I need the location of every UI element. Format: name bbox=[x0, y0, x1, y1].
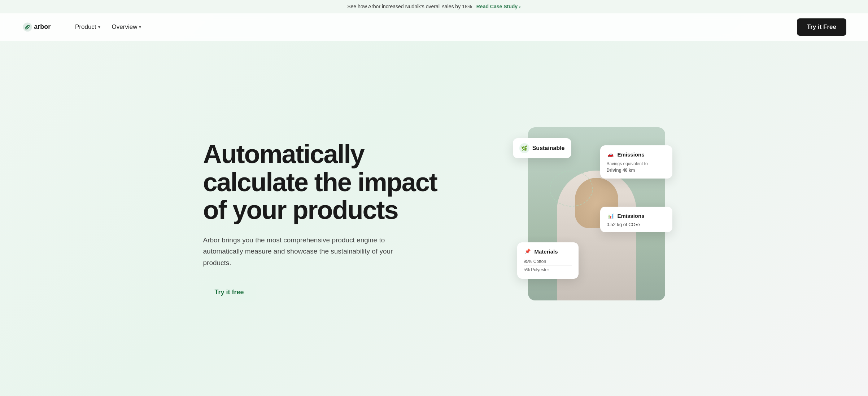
sustainable-label: Sustainable bbox=[532, 145, 565, 151]
card-emissions-1: 🚗 Emissions Savings equivalent to Drivin… bbox=[600, 145, 672, 179]
hero-content: Automatically calculate the impact of yo… bbox=[203, 140, 444, 302]
chart-icon: 📊 bbox=[607, 212, 615, 220]
materials-header: 📌 Materials bbox=[524, 247, 572, 255]
emissions-1-header: 🚗 Emissions bbox=[607, 150, 666, 158]
material-item-2: 5% Polyester bbox=[524, 266, 572, 274]
emissions-1-desc: Savings equivalent to Driving 40 km bbox=[607, 160, 666, 173]
chevron-right-icon: › bbox=[519, 4, 521, 9]
logo-svg: arbor bbox=[22, 21, 61, 34]
nav-overview-label: Overview bbox=[112, 23, 138, 31]
decorative-dashed-arc bbox=[550, 171, 593, 207]
card-sustainable: 🌿 Sustainable bbox=[513, 138, 571, 158]
nav-cta-label: Try it Free bbox=[807, 23, 836, 30]
hero-subtitle: Arbor brings you the most comprehensive … bbox=[203, 234, 413, 268]
chevron-down-icon-2: ▾ bbox=[139, 25, 141, 30]
material-item-1: 95% Cotton bbox=[524, 258, 572, 266]
nav-item-overview[interactable]: Overview ▾ bbox=[112, 23, 141, 31]
hero-cta-label: Try it free bbox=[215, 289, 244, 296]
read-case-study-label: Read Case Study bbox=[476, 4, 518, 9]
material-label-2: 5% Polyester bbox=[524, 267, 549, 272]
emissions-1-desc-line2: Driving 40 km bbox=[607, 168, 635, 173]
material-label-1: 95% Cotton bbox=[524, 259, 546, 264]
car-icon: 🚗 bbox=[607, 150, 615, 158]
card-emissions-2: 📊 Emissions 0.52 kg of CO₂e bbox=[600, 207, 672, 232]
hero-title: Automatically calculate the impact of yo… bbox=[203, 140, 444, 224]
emissions-1-title: Emissions bbox=[618, 151, 645, 158]
emissions-2-value: 0.52 kg of CO₂e bbox=[607, 222, 666, 227]
hero-visual: 🌿 Sustainable 🚗 Emissions Savings equiva… bbox=[453, 127, 665, 315]
emissions-2-title: Emissions bbox=[618, 213, 645, 219]
nav-link-product[interactable]: Product ▾ bbox=[75, 23, 100, 31]
nav-cta-button[interactable]: Try it Free bbox=[797, 18, 846, 36]
hero-section: Automatically calculate the impact of yo… bbox=[182, 41, 687, 394]
navbar: arbor Product ▾ Overview ▾ Try it Free bbox=[0, 13, 868, 41]
hero-cta-button[interactable]: Try it free bbox=[203, 283, 256, 302]
announcement-bar: See how Arbor increased Nudnik's overall… bbox=[0, 0, 868, 13]
materials-title: Materials bbox=[535, 248, 558, 255]
emissions-1-desc-line1: Savings equivalent to bbox=[607, 161, 648, 166]
svg-text:arbor: arbor bbox=[34, 23, 51, 30]
nav-link-overview[interactable]: Overview ▾ bbox=[112, 23, 141, 31]
navbar-left: arbor Product ▾ Overview ▾ bbox=[22, 21, 141, 34]
read-case-study-link[interactable]: Read Case Study › bbox=[476, 4, 521, 9]
nav-item-product[interactable]: Product ▾ bbox=[75, 23, 100, 31]
materials-icon: 📌 bbox=[524, 247, 532, 255]
card-materials: 📌 Materials 95% Cotton 5% Polyester bbox=[517, 242, 579, 279]
nav-links: Product ▾ Overview ▾ bbox=[75, 23, 141, 31]
chevron-down-icon: ▾ bbox=[98, 25, 100, 30]
leaf-icon: 🌿 bbox=[519, 143, 529, 153]
announcement-text: See how Arbor increased Nudnik's overall… bbox=[347, 4, 472, 9]
nav-product-label: Product bbox=[75, 23, 96, 31]
emissions-2-header: 📊 Emissions bbox=[607, 212, 666, 220]
logo[interactable]: arbor bbox=[22, 21, 61, 34]
